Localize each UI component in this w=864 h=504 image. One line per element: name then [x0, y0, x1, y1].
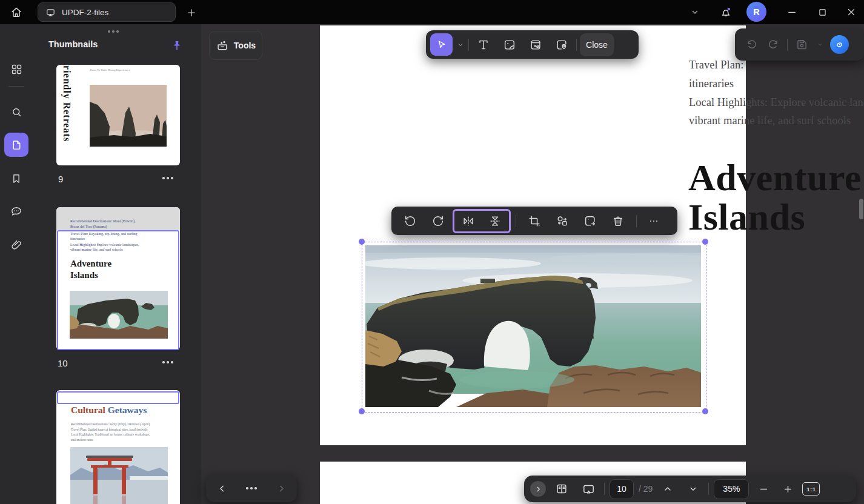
thumbnail-page-11[interactable]: Cultural Getaways Recommended Destinatio… [56, 390, 180, 504]
home-button[interactable] [5, 1, 27, 23]
redo-icon [767, 38, 780, 51]
chevron-right-icon [534, 485, 542, 493]
thumb10-menu-button[interactable] [162, 361, 173, 363]
close-label: Close [586, 40, 608, 50]
new-tab-button[interactable] [184, 5, 199, 21]
rail-reading-mode-button[interactable] [4, 500, 28, 504]
previous-page-button[interactable] [214, 477, 229, 500]
rail-home-grid-button[interactable] [4, 57, 28, 81]
undo-button[interactable] [743, 33, 759, 56]
zoom-level: 35% [723, 484, 740, 494]
page-total: / 29 [639, 484, 653, 494]
page-nav-more-button[interactable] [246, 487, 257, 489]
add-location-tool-button[interactable] [550, 33, 573, 56]
chevron-down-icon [457, 41, 464, 48]
selection-handle-bottom-right[interactable] [702, 408, 708, 414]
trash-icon [611, 214, 625, 228]
save-dropdown[interactable] [816, 33, 824, 56]
search-icon [10, 106, 23, 119]
zoom-out-button[interactable] [754, 477, 773, 500]
close-edit-mode-button[interactable]: Close [580, 33, 614, 56]
document-tab[interactable]: UPDF-2-files [38, 2, 176, 22]
selection-handle-bottom-left[interactable] [359, 408, 365, 414]
add-link-tool-button[interactable] [524, 33, 547, 56]
tools-button[interactable]: Tools [209, 31, 262, 60]
close-icon [846, 7, 857, 18]
flip-vertical-icon [488, 214, 502, 228]
rotate-left-button[interactable] [397, 210, 424, 233]
replace-image-button[interactable] [549, 210, 576, 233]
notifications-button[interactable] [714, 2, 737, 22]
page-down-button[interactable] [683, 477, 703, 500]
flip-horizontal-icon [462, 214, 475, 228]
panel-drag-handle[interactable] [108, 30, 119, 33]
close-window-button[interactable] [839, 0, 864, 24]
ai-assistant-button[interactable] [830, 35, 849, 54]
rail-attachments-button[interactable] [4, 233, 28, 257]
crop-button[interactable] [521, 210, 548, 233]
flip-horizontal-button[interactable] [455, 210, 482, 233]
prev-next-bar [206, 474, 297, 502]
save-icon [796, 38, 808, 51]
rotate-left-icon [404, 214, 417, 228]
thumbnails-title: Thumbnails [48, 39, 98, 49]
flip-vertical-button[interactable] [482, 210, 508, 233]
maximize-button[interactable] [808, 0, 836, 24]
page-number-input[interactable]: 10 [610, 479, 634, 499]
rail-search-button[interactable] [4, 100, 28, 124]
rail-divider [8, 86, 24, 87]
add-text-tool-button[interactable] [472, 33, 495, 56]
rotate-right-button[interactable] [425, 210, 451, 233]
actual-size-button[interactable]: 1:1 [802, 482, 820, 496]
replace-icon [556, 214, 569, 228]
thumb9-menu-button[interactable] [162, 177, 173, 179]
status-divider [708, 483, 709, 495]
rail-bookmarks-button[interactable] [4, 167, 28, 191]
pin-panel-button[interactable] [168, 37, 185, 54]
delete-image-button[interactable] [605, 210, 631, 233]
selection-handle-top-left[interactable] [359, 239, 365, 245]
thumbnails-panel: Thumbnails Farm-To-Table Dining Experien… [33, 24, 201, 504]
pin-icon [171, 39, 183, 51]
rail-comments-button[interactable] [4, 199, 28, 224]
page-up-button[interactable] [657, 477, 678, 500]
collapse-bar-button[interactable] [530, 481, 546, 497]
save-button[interactable] [794, 33, 809, 56]
vertical-scrollbar-thumb[interactable] [859, 199, 863, 219]
toolbar-divider [468, 39, 469, 51]
thumb9-vertical-title: Friendly Retreats [61, 65, 72, 156]
add-image-tool-button[interactable] [498, 33, 521, 56]
text-tool-icon [477, 38, 490, 51]
current-page: 10 [617, 484, 626, 494]
ai-logo-icon [834, 39, 845, 50]
avatar[interactable]: R [746, 2, 766, 22]
thumb11-line: Recommended Destinations: Sicily (Italy)… [71, 422, 150, 426]
zoom-in-button[interactable] [778, 477, 797, 500]
extract-image-button[interactable] [577, 210, 603, 233]
app-grid-icon [10, 63, 23, 76]
page-layout-button[interactable] [551, 477, 573, 500]
select-tool-dropdown[interactable] [456, 33, 465, 56]
toolbar-divider [636, 215, 637, 227]
doc-text-line: Local Highlights: Explore volcanic lands… [689, 96, 864, 109]
flip-buttons-highlight-box [453, 209, 511, 233]
rail-thumbnails-button[interactable] [4, 133, 28, 157]
thumb11-line: Local Highlights: Traditional art forms,… [71, 433, 150, 436]
doc-text-line: itineraries [689, 78, 734, 90]
presentation-button[interactable] [577, 477, 599, 500]
tools-label: Tools [234, 41, 256, 50]
redo-button[interactable] [765, 33, 781, 56]
more-options-button[interactable] [642, 210, 666, 233]
thumbnail-page-9[interactable]: Farm-To-Table Dining Experiences Friendl… [56, 65, 180, 165]
doc-text-line: Travel Plan: [689, 59, 743, 71]
cursor-icon [436, 39, 448, 51]
next-page-button[interactable] [274, 477, 288, 500]
selection-handle-top-right[interactable] [702, 239, 708, 245]
page-icon [10, 139, 23, 151]
zoom-level-input[interactable]: 35% [714, 479, 749, 499]
status-divider [604, 483, 605, 495]
image-selection-border [362, 242, 706, 413]
minimize-button[interactable] [778, 0, 806, 24]
select-tool-button[interactable] [430, 33, 453, 56]
tabs-dropdown-button[interactable] [683, 2, 706, 22]
